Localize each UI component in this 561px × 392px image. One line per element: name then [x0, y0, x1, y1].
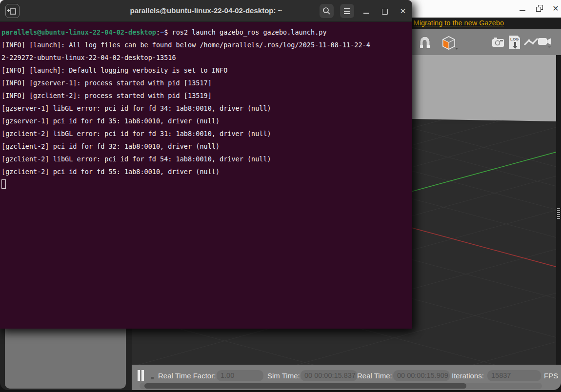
real-time-value[interactable]: 00 00:00:15.909 [393, 370, 450, 381]
svg-text:LOG: LOG [510, 37, 519, 41]
video-record-icon[interactable] [538, 37, 553, 49]
terminal-output-line: [gzclient-2] libGL error: pci id for fd … [1, 127, 411, 140]
right-panel-splitter[interactable] [556, 55, 561, 365]
pause-button[interactable] [138, 370, 144, 381]
terminal-output-line: [gzclient-2] pci id for fd 32: 1ab8:0010… [1, 140, 411, 153]
sim-time-value[interactable]: 00 00:00:15.837 [301, 370, 357, 381]
terminal-output-line: [gzclient-2] pci id for fd 55: 1ab8:0010… [1, 165, 411, 178]
terminal-output[interactable]: parallels@ubuntu-linux-22-04-02-desktop:… [0, 22, 412, 329]
prompt-user-host: parallels@ubuntu-linux-22-04-02-desktop [1, 28, 156, 36]
real-time-label: Real Time: [357, 372, 392, 380]
cursor-line [1, 178, 411, 191]
screenshot-camera-icon[interactable] [492, 37, 506, 48]
terminal-output-line: [gzserver-1] libGL error: pci id for fd … [1, 102, 411, 115]
terminal-window[interactable]: parallels@ubuntu-linux-22-04-02-desktop:… [0, 0, 412, 329]
real-time-factor-value[interactable]: 1.00 [217, 370, 263, 381]
iterations-label: Iterations: [452, 372, 484, 380]
real-time-factor-label: Real Time Factor: [158, 372, 216, 380]
plot-chart-icon[interactable] [523, 37, 539, 48]
menu-button[interactable] [340, 4, 354, 18]
minimize-icon[interactable] [362, 7, 371, 16]
terminal-output-line: [INFO] [launch]: All log files can be fo… [1, 39, 411, 51]
log-recorder-icon[interactable]: LOG [508, 35, 521, 50]
terminal-output-line: [gzclient-2] libGL error: pci id for fd … [1, 153, 411, 165]
minimize-icon[interactable] [519, 5, 526, 13]
prompt-line: parallels@ubuntu-linux-22-04-02-desktop:… [1, 26, 411, 39]
terminal-output-line: [gzserver-1] pci id for fd 35: 1ab8:0010… [1, 115, 411, 127]
maximize-icon[interactable] [381, 7, 389, 16]
scrollbar-thumb[interactable] [144, 383, 466, 389]
migration-link[interactable]: Migrating to the new Gazebo [414, 19, 504, 27]
fps-label: FPS [544, 372, 558, 380]
command-text: ros2 launch gazebo_ros gazebo.launch.py [172, 28, 327, 36]
step-button[interactable] [151, 377, 154, 379]
terminal-output-line: 2-229272-ubuntu-linux-22-04-02-desktop-1… [1, 51, 411, 64]
restore-window-icon[interactable] [536, 5, 543, 13]
horizontal-scrollbar[interactable] [140, 383, 542, 389]
close-icon[interactable]: ✕ [552, 5, 560, 13]
sim-time-label: Sim Time: [267, 372, 300, 380]
terminal-output-line: [INFO] [launch]: Default logging verbosi… [1, 64, 411, 77]
terminal-titlebar[interactable]: parallels@ubuntu-linux-22-04-02-desktop:… [0, 0, 412, 22]
search-button[interactable] [320, 4, 334, 18]
terminal-cursor [1, 179, 6, 189]
insert-cube-icon[interactable] [441, 35, 460, 51]
terminal-output-line: [INFO] [gzclient-2]: process started wit… [1, 89, 411, 102]
terminal-output-line: [INFO] [gzserver-1]: process started wit… [1, 77, 411, 89]
close-icon[interactable]: ✕ [399, 7, 407, 16]
gazebo-status-bar: Real Time Factor: 1.00 Sim Time: 00 00:0… [132, 365, 561, 390]
magnet-icon[interactable] [418, 36, 432, 49]
splitter-grip-icon[interactable] [557, 208, 560, 220]
iterations-value[interactable]: 15837 [487, 370, 541, 381]
